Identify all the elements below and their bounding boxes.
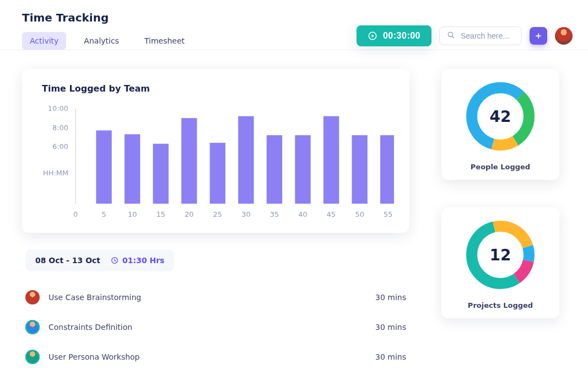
page-title: Time Tracking bbox=[22, 11, 192, 24]
activity-list: Use Case Brainstorming 30 mins Constrain… bbox=[22, 282, 409, 372]
timer-value: 00:30:00 bbox=[383, 31, 420, 41]
chart-title: Time Logged by Team bbox=[42, 83, 394, 94]
search-icon bbox=[446, 30, 455, 41]
svg-text:HH:MM: HH:MM bbox=[43, 169, 68, 177]
activity-duration: 30 mins bbox=[375, 323, 406, 332]
avatar-icon bbox=[25, 290, 40, 304]
projects-label: Projects Logged bbox=[449, 301, 552, 309]
search-field[interactable] bbox=[439, 26, 522, 45]
svg-text:5: 5 bbox=[101, 210, 106, 218]
activity-duration: 30 mins bbox=[375, 352, 406, 361]
hours-value: 01:30 Hrs bbox=[122, 256, 164, 265]
date-range: 08 Oct - 13 Oct bbox=[35, 256, 100, 265]
svg-rect-26 bbox=[295, 135, 310, 204]
svg-text:0: 0 bbox=[73, 210, 78, 218]
svg-text:25: 25 bbox=[213, 210, 222, 218]
people-logged-card: 42 People Logged bbox=[441, 69, 559, 180]
add-button[interactable] bbox=[530, 27, 547, 45]
avatar-icon bbox=[25, 320, 40, 334]
svg-rect-20 bbox=[125, 134, 140, 204]
plus-icon bbox=[535, 32, 542, 40]
activity-name: Constraints Definition bbox=[48, 323, 375, 332]
activity-row[interactable]: Constraints Definition 30 mins bbox=[22, 312, 409, 342]
timer-button[interactable]: 00:30:00 bbox=[357, 25, 431, 46]
activity-name: Use Case Brainstorming bbox=[48, 293, 375, 302]
chart-card: Time Logged by Team 6:008:0010:00HH:MM05… bbox=[22, 69, 409, 233]
projects-value: 12 bbox=[462, 216, 539, 293]
svg-text:20: 20 bbox=[185, 210, 193, 218]
user-avatar[interactable] bbox=[555, 27, 573, 45]
svg-rect-28 bbox=[352, 135, 367, 204]
play-circle-icon bbox=[368, 31, 377, 41]
hours-logged: 01:30 Hrs bbox=[110, 256, 164, 265]
people-value: 42 bbox=[462, 78, 539, 155]
svg-rect-21 bbox=[153, 144, 169, 204]
svg-rect-19 bbox=[96, 130, 111, 204]
svg-text:50: 50 bbox=[355, 210, 364, 218]
svg-text:40: 40 bbox=[298, 210, 307, 218]
bar-chart: 6:008:0010:00HH:MM0510152025303540455055 bbox=[37, 103, 394, 222]
svg-rect-25 bbox=[267, 135, 282, 204]
activity-name: User Persona Workshop bbox=[48, 352, 375, 361]
svg-rect-27 bbox=[323, 116, 339, 204]
tab-activity[interactable]: Activity bbox=[22, 32, 66, 50]
tab-timesheet[interactable]: Timesheet bbox=[137, 32, 192, 50]
svg-text:15: 15 bbox=[156, 210, 165, 218]
svg-text:45: 45 bbox=[327, 210, 336, 218]
svg-text:10: 10 bbox=[128, 210, 137, 218]
svg-rect-24 bbox=[238, 116, 253, 204]
clock-icon bbox=[110, 256, 119, 265]
svg-text:35: 35 bbox=[270, 210, 279, 218]
date-summary: 08 Oct - 13 Oct 01:30 Hrs bbox=[25, 249, 174, 271]
svg-rect-22 bbox=[181, 118, 197, 204]
tab-analytics[interactable]: Analytics bbox=[76, 32, 127, 50]
projects-logged-card: 12 Projects Logged bbox=[441, 207, 559, 318]
tabs: Activity Analytics Timesheet bbox=[22, 32, 192, 50]
search-input[interactable] bbox=[460, 31, 515, 41]
svg-text:6:00: 6:00 bbox=[52, 142, 68, 151]
activity-row[interactable]: User Persona Workshop 30 mins bbox=[22, 342, 409, 372]
svg-text:8:00: 8:00 bbox=[52, 124, 68, 132]
svg-rect-29 bbox=[380, 135, 394, 204]
svg-rect-23 bbox=[210, 143, 225, 204]
svg-point-1 bbox=[448, 32, 452, 36]
activity-row[interactable]: Use Case Brainstorming 30 mins bbox=[22, 282, 409, 312]
avatar-icon bbox=[25, 350, 40, 364]
svg-text:10:00: 10:00 bbox=[48, 104, 68, 113]
svg-text:55: 55 bbox=[384, 210, 392, 218]
svg-text:30: 30 bbox=[241, 210, 250, 218]
people-label: People Logged bbox=[449, 163, 552, 171]
activity-duration: 30 mins bbox=[375, 293, 406, 302]
